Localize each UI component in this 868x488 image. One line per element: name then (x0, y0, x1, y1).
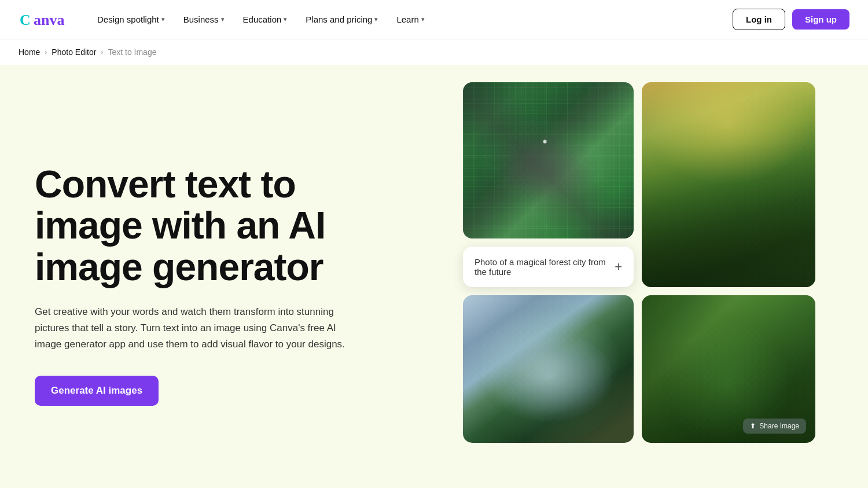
logo[interactable]: anva C (19, 9, 71, 30)
breadcrumb-photo-editor[interactable]: Photo Editor (52, 47, 96, 57)
city-roads-overlay (463, 82, 634, 239)
login-button[interactable]: Log in (733, 9, 785, 30)
city-grid-overlay (463, 82, 634, 239)
navbar: anva C Design spotlight ▾ Business ▾ Edu… (0, 0, 868, 39)
prompt-bubble: Photo of a magical forest city from the … (463, 247, 634, 287)
roads-overlay (463, 295, 634, 443)
nav-item-plans-pricing[interactable]: Plans and pricing ▾ (297, 10, 386, 29)
image-grid: Photo of a magical forest city from the … (463, 82, 851, 487)
share-image-button[interactable]: ⬆ Share Image (743, 419, 806, 434)
hero-image-forest-interior: ⬆ Share Image (642, 295, 815, 443)
nav-item-business[interactable]: Business ▾ (175, 10, 233, 29)
breadcrumb-separator: › (45, 48, 47, 56)
svg-text:anva: anva (34, 12, 64, 28)
chevron-down-icon: ▾ (221, 16, 225, 23)
hero-section: Convert text to image with an AI image g… (0, 65, 868, 488)
hero-left: Convert text to image with an AI image g… (0, 65, 451, 488)
signup-button[interactable]: Sign up (792, 9, 849, 30)
generate-ai-images-button[interactable]: Generate AI images (35, 376, 159, 406)
breadcrumb-separator-2: › (101, 48, 103, 56)
chevron-down-icon: ▾ (161, 16, 165, 23)
tree-overlay (642, 144, 815, 287)
svg-text:C: C (20, 12, 31, 28)
hero-description: Get creative with your words and watch t… (35, 304, 347, 353)
chevron-down-icon: ▾ (284, 16, 287, 23)
share-icon: ⬆ (750, 422, 756, 430)
nav-links: Design spotlight ▾ Business ▾ Education … (89, 10, 733, 29)
hero-image-aerial-city (463, 82, 634, 239)
hero-title: Convert text to image with an AI image g… (35, 164, 405, 288)
breadcrumb: Home › Photo Editor › Text to Image (0, 39, 868, 65)
nav-item-design-spotlight[interactable]: Design spotlight ▾ (89, 10, 173, 29)
chevron-down-icon: ▾ (421, 16, 425, 23)
nav-item-learn[interactable]: Learn ▾ (388, 10, 432, 29)
plus-icon[interactable]: + (615, 259, 622, 274)
breadcrumb-home[interactable]: Home (19, 47, 40, 57)
share-label: Share Image (759, 422, 799, 430)
hero-right: Photo of a magical forest city from the … (451, 65, 868, 488)
nav-actions: Log in Sign up (733, 9, 849, 30)
hero-image-forest-light (642, 82, 815, 287)
breadcrumb-current: Text to Image (108, 47, 156, 57)
prompt-text: Photo of a magical forest city from the … (475, 257, 615, 277)
chevron-down-icon: ▾ (374, 16, 378, 23)
hero-image-aerial-roads (463, 295, 634, 443)
nav-item-education[interactable]: Education ▾ (235, 10, 296, 29)
